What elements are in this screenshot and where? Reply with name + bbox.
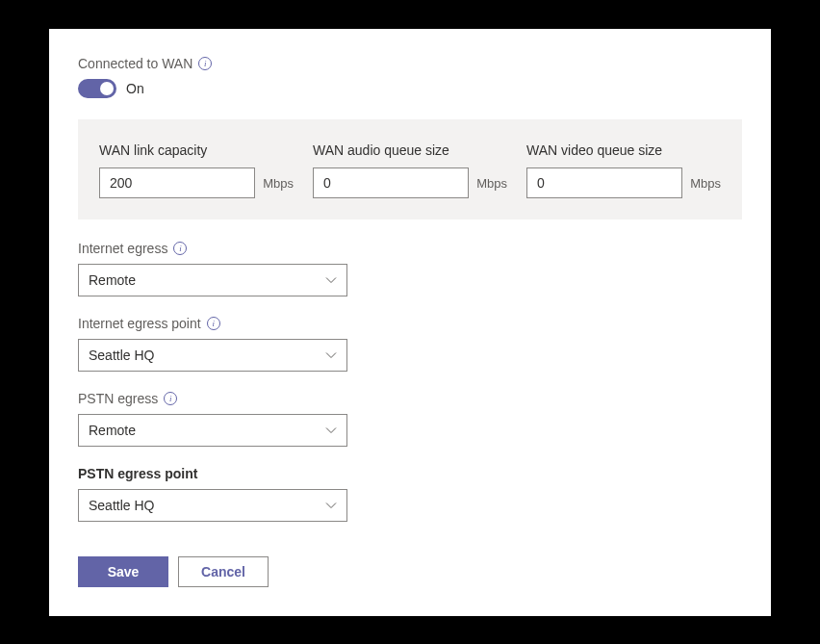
select-value: Seattle HQ: [89, 498, 154, 513]
chevron-down-icon: [325, 274, 337, 286]
pstn-egress-point-select[interactable]: Seattle HQ: [78, 489, 347, 522]
internet-egress-group: Internet egress i Remote: [78, 241, 742, 296]
connected-wan-header: Connected to WAN i: [78, 56, 742, 71]
info-icon[interactable]: i: [173, 242, 187, 255]
toggle-state-label: On: [126, 81, 144, 96]
select-value: Seattle HQ: [89, 348, 154, 363]
internet-egress-point-select[interactable]: Seattle HQ: [78, 339, 347, 372]
wan-audio-queue-input[interactable]: [313, 167, 469, 198]
wan-link-capacity-label: WAN link capacity: [99, 142, 294, 158]
internet-egress-point-label: Internet egress point: [78, 316, 201, 331]
wan-video-queue-label: WAN video queue size: [526, 142, 721, 158]
cancel-button[interactable]: Cancel: [178, 556, 269, 587]
pstn-egress-point-group: PSTN egress point Seattle HQ: [78, 466, 742, 522]
internet-egress-select[interactable]: Remote: [78, 264, 347, 296]
wan-video-queue-field: WAN video queue size Mbps: [526, 142, 721, 198]
chevron-down-icon: [325, 349, 337, 361]
wan-video-queue-input[interactable]: [526, 167, 682, 198]
settings-panel: Connected to WAN i On WAN link capacity …: [49, 29, 771, 616]
unit-label: Mbps: [690, 176, 721, 191]
info-icon[interactable]: i: [198, 57, 212, 70]
connected-wan-toggle-row: On: [78, 79, 742, 98]
select-value: Remote: [89, 272, 136, 288]
connected-wan-toggle[interactable]: [78, 79, 116, 98]
connected-wan-label: Connected to WAN: [78, 56, 192, 71]
wan-link-capacity-input[interactable]: [99, 167, 255, 198]
info-icon[interactable]: i: [207, 317, 220, 330]
wan-settings-box: WAN link capacity Mbps WAN audio queue s…: [78, 119, 742, 219]
chevron-down-icon: [325, 425, 337, 436]
wan-audio-queue-label: WAN audio queue size: [313, 142, 507, 158]
pstn-egress-select[interactable]: Remote: [78, 414, 347, 447]
wan-link-capacity-field: WAN link capacity Mbps: [99, 142, 294, 198]
save-button[interactable]: Save: [78, 556, 168, 587]
internet-egress-point-group: Internet egress point i Seattle HQ: [78, 316, 742, 372]
chevron-down-icon: [325, 500, 337, 511]
internet-egress-label: Internet egress: [78, 241, 167, 256]
pstn-egress-point-label: PSTN egress point: [78, 466, 197, 481]
wan-audio-queue-field: WAN audio queue size Mbps: [313, 142, 507, 198]
pstn-egress-group: PSTN egress i Remote: [78, 391, 742, 447]
unit-label: Mbps: [263, 176, 294, 191]
pstn-egress-label: PSTN egress: [78, 391, 158, 406]
select-value: Remote: [89, 423, 136, 438]
unit-label: Mbps: [476, 176, 507, 191]
info-icon[interactable]: i: [164, 392, 177, 405]
actions-row: Save Cancel: [78, 556, 742, 587]
